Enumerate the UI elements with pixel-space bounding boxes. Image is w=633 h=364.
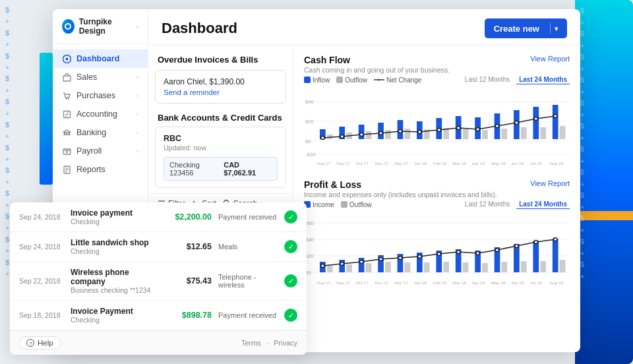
help-button[interactable]: ? Help	[19, 336, 61, 349]
svg-point-59	[321, 136, 324, 140]
pl-view-report[interactable]: View Report	[530, 179, 570, 187]
main-header: Dashboard Create new ▾	[148, 9, 580, 46]
svg-point-67	[476, 128, 479, 131]
svg-rect-115	[502, 262, 508, 272]
svg-text:Oct 17: Oct 17	[355, 280, 369, 285]
sidebar-label-banking: Banking	[76, 128, 106, 137]
svg-rect-53	[463, 129, 469, 139]
svg-text:Apr 18: Apr 18	[472, 280, 485, 286]
svg-rect-113	[463, 262, 469, 272]
privacy-link[interactable]: Privacy	[274, 339, 297, 347]
trans-info-3: Wireless phone company Business checking…	[71, 268, 159, 294]
pl-legend-outflow: Outflow	[341, 201, 372, 208]
cashflow-legend: Inflow Outflow	[304, 75, 570, 84]
svg-rect-112	[443, 262, 449, 272]
svg-text:$20: $20	[305, 253, 314, 259]
trans-name-3: Wireless phone company	[71, 268, 159, 286]
svg-text:Jul 18: Jul 18	[530, 280, 542, 285]
trans-amount-2: $12.65	[166, 242, 212, 251]
pl-time-12m[interactable]: Last 12 Months	[462, 200, 512, 209]
trans-sub-2: Checking	[71, 247, 159, 255]
legend-dot-inflow	[304, 76, 311, 83]
sidebar-item-banking[interactable]: Banking ›	[53, 123, 148, 142]
svg-rect-7	[66, 132, 67, 135]
legend-label-outflow: Outflow	[345, 76, 367, 84]
sidebar-item-dashboard[interactable]: Dashboard	[53, 49, 148, 68]
svg-text:Jan 18: Jan 18	[414, 280, 427, 285]
cashflow-svg: $40 $20 $0 -$20	[304, 88, 570, 167]
bank-updated: Updated: now	[164, 144, 278, 152]
dashboard-icon	[62, 54, 71, 63]
svg-rect-10	[63, 149, 71, 154]
svg-rect-35	[359, 125, 365, 139]
svg-rect-104	[533, 241, 539, 272]
svg-text:$20: $20	[305, 119, 314, 125]
svg-point-65	[437, 129, 440, 132]
svg-point-129	[515, 245, 518, 248]
purchases-icon	[62, 91, 71, 100]
sales-chevron-icon: ›	[136, 74, 138, 80]
pl-svg: $60 $40 $20 $0	[304, 213, 570, 292]
svg-text:Nov 17: Nov 17	[375, 161, 389, 166]
trans-date-2: Sep 24, 2018	[19, 243, 64, 251]
cashflow-title: Cash Flow	[304, 55, 450, 65]
app-name: Turnpike Design	[79, 17, 132, 36]
trans-check-3: ✓	[284, 274, 297, 288]
svg-rect-2	[63, 76, 71, 81]
sidebar-item-purchases[interactable]: Purchases ›	[53, 86, 148, 105]
transactions-overlay: Sep 24, 2018 Invoice payment Checking $2…	[10, 202, 307, 355]
pl-legend-label-income: Income	[313, 201, 334, 208]
trans-name-1: Invoice payment	[71, 208, 159, 218]
svg-text:Nov 17: Nov 17	[375, 280, 389, 285]
trans-check-2: ✓	[284, 240, 297, 253]
cashflow-view-report[interactable]: View Report	[530, 55, 570, 63]
trans-info-4: Invoice Payment Checking	[71, 307, 159, 324]
create-button-label: Create new	[494, 24, 546, 34]
pl-time-24m[interactable]: Last 24 Months	[516, 200, 570, 209]
sidebar-logo[interactable]: Turnpike Design ›	[53, 9, 148, 44]
svg-rect-54	[482, 130, 488, 139]
sidebar-label-dashboard: Dashboard	[76, 54, 119, 63]
svg-text:Aug 17: Aug 17	[317, 280, 331, 286]
sidebar-item-sales[interactable]: Sales ›	[53, 68, 148, 86]
cashflow-time-24m[interactable]: Last 24 Months	[516, 75, 570, 84]
logo-icon	[62, 19, 75, 34]
legend-netchange: Net Change	[374, 76, 421, 84]
trans-sub-4: Checking	[71, 316, 159, 324]
cashflow-section: Cash Flow Cash coming in and going out o…	[304, 55, 570, 167]
cashflow-chart: $40 $20 $0 -$20	[304, 88, 570, 167]
svg-rect-118	[560, 260, 566, 272]
cashflow-header: Cash Flow Cash coming in and going out o…	[304, 55, 570, 74]
legend-label-netchange: Net Change	[386, 76, 421, 84]
create-new-button[interactable]: Create new ▾	[485, 18, 567, 38]
svg-rect-45	[553, 105, 558, 139]
svg-point-120	[340, 262, 344, 266]
svg-text:Sep 17: Sep 17	[336, 161, 350, 166]
account-balance: CAD $7,062.91	[224, 161, 272, 177]
terms-link[interactable]: Terms	[241, 339, 261, 347]
trans-date-4: Sep 18, 2018	[19, 311, 64, 319]
pl-legend-income: Income	[304, 201, 334, 208]
pl-legend: Income Outflow Last 12 Months Last 24 Mo…	[304, 200, 570, 209]
sidebar-item-reports[interactable]: Reports	[53, 160, 148, 179]
send-reminder-link[interactable]: Send a reminder	[164, 88, 278, 96]
legend-inflow: Inflow	[304, 76, 330, 84]
svg-point-1	[65, 57, 68, 60]
trans-info-1: Invoice payment Checking	[71, 208, 159, 226]
trans-amount-4: $898.78	[166, 311, 212, 320]
bank-name: RBC	[164, 134, 278, 143]
transactions-footer: ? Help Terms · Privacy	[10, 330, 307, 355]
svg-point-62	[379, 132, 382, 135]
purchases-chevron-icon: ›	[136, 92, 138, 99]
sidebar-item-payroll[interactable]: Payroll ›	[53, 142, 148, 160]
svg-point-119	[321, 264, 324, 268]
svg-text:Feb 18: Feb 18	[433, 161, 447, 166]
pl-header: Profit & Loss Income and expenses only (…	[304, 179, 570, 198]
sidebar-label-purchases: Purchases	[76, 91, 115, 100]
cashflow-time-12m[interactable]: Last 12 Months	[462, 75, 512, 84]
svg-rect-107	[346, 264, 352, 272]
cashflow-time-buttons: Last 12 Months Last 24 Months	[462, 75, 570, 84]
svg-point-3	[66, 98, 67, 100]
sidebar-item-accounting[interactable]: Accounting ›	[53, 105, 148, 123]
bank-account-row[interactable]: Checking 123456 CAD $7,062.91	[164, 157, 278, 181]
